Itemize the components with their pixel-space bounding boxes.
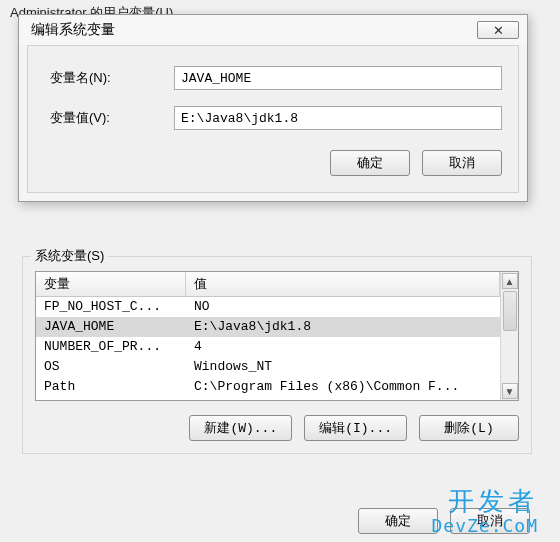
scroll-thumb[interactable] (503, 291, 517, 331)
bottom-button-row: 确定 取消 (0, 508, 560, 534)
dialog-body: 变量名(N): 变量值(V): 确定 取消 (27, 45, 519, 193)
variable-name-input[interactable] (174, 66, 502, 90)
system-variables-group: 系统变量(S) 变量 值 FP_NO_HOST_C...NOJAVA_HOMEE… (22, 256, 532, 454)
cell-variable: JAVA_HOME (36, 317, 186, 337)
list-rows: FP_NO_HOST_C...NOJAVA_HOMEE:\Java8\jdk1.… (36, 297, 500, 397)
system-variables-buttons: 新建(W)... 编辑(I)... 删除(L) (35, 415, 519, 441)
column-header-value[interactable]: 值 (186, 272, 500, 296)
new-button[interactable]: 新建(W)... (189, 415, 292, 441)
ok-button[interactable]: 确定 (330, 150, 410, 176)
cancel-button[interactable]: 取消 (422, 150, 502, 176)
dialog-title: 编辑系统变量 (31, 21, 115, 39)
close-button[interactable]: ✕ (477, 21, 519, 39)
system-variables-list[interactable]: 变量 值 FP_NO_HOST_C...NOJAVA_HOMEE:\Java8\… (35, 271, 519, 401)
cell-variable: Path (36, 377, 186, 397)
close-icon: ✕ (493, 23, 504, 38)
variable-value-label: 变量值(V): (44, 109, 174, 127)
table-row[interactable]: NUMBER_OF_PR...4 (36, 337, 500, 357)
cell-value: NO (186, 297, 500, 317)
column-header-variable[interactable]: 变量 (36, 272, 186, 296)
cell-variable: OS (36, 357, 186, 377)
edit-system-variable-dialog: 编辑系统变量 ✕ 变量名(N): 变量值(V): 确定 取消 (18, 14, 528, 202)
bottom-ok-button[interactable]: 确定 (358, 508, 438, 534)
list-header: 变量 值 (36, 272, 500, 297)
cell-value: Windows_NT (186, 357, 500, 377)
edit-button[interactable]: 编辑(I)... (304, 415, 407, 441)
table-row[interactable]: FP_NO_HOST_C...NO (36, 297, 500, 317)
vertical-scrollbar[interactable]: ▲ ▼ (500, 272, 518, 400)
scroll-up-icon[interactable]: ▲ (502, 273, 518, 289)
variable-value-input[interactable] (174, 106, 502, 130)
table-row[interactable]: JAVA_HOMEE:\Java8\jdk1.8 (36, 317, 500, 337)
table-row[interactable]: OSWindows_NT (36, 357, 500, 377)
variable-value-row: 变量值(V): (44, 106, 502, 130)
cell-value: C:\Program Files (x86)\Common F... (186, 377, 500, 397)
variable-name-row: 变量名(N): (44, 66, 502, 90)
list-content: 变量 值 FP_NO_HOST_C...NOJAVA_HOMEE:\Java8\… (36, 272, 500, 400)
cell-value: 4 (186, 337, 500, 357)
variable-name-label: 变量名(N): (44, 69, 174, 87)
dialog-button-row: 确定 取消 (44, 150, 502, 176)
system-variables-label: 系统变量(S) (31, 247, 108, 265)
cell-variable: NUMBER_OF_PR... (36, 337, 186, 357)
dialog-titlebar: 编辑系统变量 ✕ (19, 15, 527, 45)
cell-variable: FP_NO_HOST_C... (36, 297, 186, 317)
cell-value: E:\Java8\jdk1.8 (186, 317, 500, 337)
scroll-down-icon[interactable]: ▼ (502, 383, 518, 399)
bottom-cancel-button[interactable]: 取消 (450, 508, 530, 534)
table-row[interactable]: PathC:\Program Files (x86)\Common F... (36, 377, 500, 397)
delete-button[interactable]: 删除(L) (419, 415, 519, 441)
